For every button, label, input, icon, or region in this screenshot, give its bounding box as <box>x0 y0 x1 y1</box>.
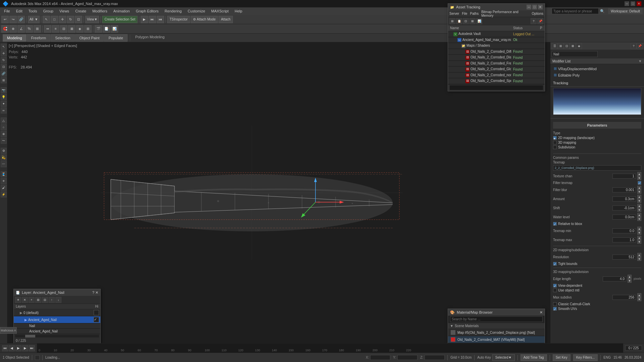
layers-scrollbar-thumb[interactable] <box>25 335 35 337</box>
lt-space[interactable]: ∞ <box>1 107 7 114</box>
spinner-btn[interactable]: ⊞ <box>34 25 41 33</box>
type-subdiv-radio[interactable] <box>553 145 557 149</box>
align-btn[interactable]: ≡ <box>52 25 59 33</box>
texture-chan-down[interactable]: ▼ <box>637 176 641 180</box>
tl-next-btn[interactable]: ▶ <box>22 345 28 351</box>
lt-select[interactable]: ↖ <box>1 44 7 50</box>
create-sel-btn[interactable]: Create Selection Set <box>102 16 138 23</box>
at-tb-pin[interactable]: 📌 <box>537 18 543 24</box>
menu-animation[interactable]: Animation <box>111 8 133 14</box>
use-object-mtl-checkbox[interactable] <box>553 288 557 292</box>
lt-compound[interactable]: ⊕ <box>1 131 7 137</box>
align2-btn[interactable]: ⊞ <box>84 25 92 33</box>
close-btn[interactable]: ✕ <box>637 1 641 6</box>
mb-close[interactable]: ✕ <box>540 310 543 315</box>
lt-bind[interactable]: ⊞ <box>1 77 7 83</box>
lt-move[interactable]: ✛ <box>1 50 7 56</box>
at-tb-help[interactable]: ? <box>531 18 537 24</box>
max-subdivs-down[interactable]: ▼ <box>637 297 641 301</box>
water-level-down[interactable]: ▼ <box>637 217 641 221</box>
at-tb-btn2[interactable]: 📋 <box>456 18 462 24</box>
quickalign-btn[interactable]: ⊟ <box>60 25 67 33</box>
at-row-diffuse[interactable]: 🖼Old_Nails_2_Corroded_Diffuse.png Found <box>448 49 545 55</box>
texmap-val[interactable]: 2_2_Corroded_Displace.png) <box>553 165 641 171</box>
scene-states-btn[interactable]: 🎬 <box>95 25 102 33</box>
lt-reactor[interactable]: ⚡ <box>1 191 7 197</box>
tab-populate[interactable]: Populate <box>104 34 127 42</box>
texmap-min-down[interactable]: ▼ <box>637 231 641 235</box>
lt-rotate[interactable]: ↻ <box>1 57 7 63</box>
layers-tb-move[interactable]: ↑ <box>49 297 55 303</box>
at-close[interactable]: ✕ <box>538 5 543 9</box>
menu-modifiers[interactable]: Modifiers <box>90 8 110 14</box>
layers-row-default[interactable]: ▶ 0 (default) <box>14 309 100 316</box>
water-level-up[interactable]: ▲ <box>637 213 641 217</box>
lt-systems[interactable]: ⚙ <box>1 148 7 154</box>
tsinspector-btn[interactable]: TSInspector <box>167 16 190 23</box>
normalign-btn[interactable]: ⊠ <box>68 25 76 33</box>
lt-particles[interactable]: ✳ <box>1 178 7 184</box>
at-row-normal[interactable]: 🖼Old_Nails_2_Corroded_normal.png Found <box>448 73 545 79</box>
amount-val[interactable]: 0.3cm <box>612 196 636 201</box>
tab-freeform[interactable]: Freeform <box>27 34 51 42</box>
x-input[interactable] <box>370 355 390 360</box>
status-color-swatch[interactable] <box>35 355 40 360</box>
relative-bbox-checkbox[interactable]: ✓ <box>553 222 557 226</box>
select-object-btn[interactable]: ↖ <box>43 16 50 23</box>
mb-scene-materials[interactable]: ▼ Scene Materials <box>448 323 545 329</box>
menu-file[interactable]: File <box>1 8 13 14</box>
select-link-btn[interactable]: 🔗 <box>17 16 25 23</box>
layers-help[interactable]: ? <box>92 290 94 295</box>
resolution-up[interactable]: ▲ <box>637 253 641 257</box>
props-help[interactable]: ? <box>631 43 637 49</box>
type-2d-radio[interactable]: ● <box>553 136 557 140</box>
search-icon[interactable]: 🔍 <box>600 9 605 13</box>
classic-catmull-checkbox[interactable] <box>553 302 557 306</box>
at-menu-bitmap[interactable]: Bitmap Performance and Memory <box>481 10 529 17</box>
lt-scale[interactable]: ⊡ <box>1 64 7 70</box>
at-row-maxfile[interactable]: MAncient_Aged_Nail_max_vray.max Ok <box>448 37 545 43</box>
layers-tb-expand[interactable]: ⊞ <box>35 297 41 303</box>
texmap-max-up[interactable]: ▲ <box>637 236 641 240</box>
props-icon4[interactable]: ⊠ <box>570 43 576 49</box>
animate-btn[interactable]: ▶ <box>141 16 148 23</box>
menu-maxscript[interactable]: MAXScript <box>208 8 231 14</box>
at-row-specular[interactable]: 🖼Old_Nails_2_Corroded_Specular.png Found <box>448 78 545 84</box>
at-row-displace[interactable]: 🖼Old_Nails_2_Corroded_Displace.png Found <box>448 55 545 61</box>
layers-tb-active[interactable]: ☀ <box>15 297 21 303</box>
sub-tab-polygon[interactable]: Polygon Modeling <box>133 35 167 41</box>
filter-texmap-checkbox[interactable]: ✓ <box>638 181 641 185</box>
resolution-val[interactable]: 512 <box>612 255 636 260</box>
at-row-glossiness[interactable]: 🖼Old_Nails_2_Corroded_Glossiness.p... Fo… <box>448 66 545 73</box>
layers-default-checkbox[interactable] <box>94 310 99 315</box>
props-icon2[interactable]: ⊞ <box>558 43 564 49</box>
at-path-input[interactable] <box>449 85 543 90</box>
type-3d-radio[interactable] <box>553 141 557 144</box>
menu-views[interactable]: Views <box>57 8 72 14</box>
menu-edit[interactable]: Edit <box>13 8 25 14</box>
modifier-vray[interactable]: ⊞ VRayDisplacementMod <box>552 65 643 72</box>
props-icon3[interactable]: ⊡ <box>564 43 570 49</box>
lt-nurbs[interactable]: 〜 <box>1 138 7 144</box>
layers-close[interactable]: ✕ <box>95 290 98 295</box>
tl-play-btn[interactable]: ▶ <box>15 345 21 351</box>
layers-scrollbar[interactable] <box>15 335 99 337</box>
lt-hair[interactable]: 〰 <box>1 161 7 167</box>
texture-chan-up[interactable]: ▲ <box>637 172 641 176</box>
menu-help[interactable]: Help <box>232 8 245 14</box>
redo-btn[interactable]: ↪ <box>9 16 17 23</box>
filter-blur-down[interactable]: ▼ <box>637 190 641 194</box>
y-input[interactable] <box>397 355 417 360</box>
resolution-down[interactable]: ▼ <box>637 257 641 261</box>
tab-modeling[interactable]: Modeling <box>3 34 27 42</box>
layers-row-ancient2[interactable]: Ancient_Aged_Nail <box>14 329 100 334</box>
ribbon-btn[interactable]: 📊 <box>111 25 118 33</box>
filter-dropdown[interactable]: All ▼ <box>28 16 40 23</box>
mb-mat-vray[interactable]: Old_Nails_2_Corroded_MAT (VRayMtl) [Nail… <box>448 336 545 343</box>
auto-key-btn[interactable]: Selected ▼ <box>492 354 515 361</box>
modifier-dropdown-icon[interactable]: ▼ <box>638 59 642 63</box>
texmap-max-val[interactable]: 1.0 <box>612 237 636 242</box>
mb-search-input[interactable] <box>450 316 543 322</box>
layers-tb-delete[interactable]: ✕ <box>22 297 28 303</box>
anim-btn2[interactable]: ⏮ <box>157 16 164 23</box>
